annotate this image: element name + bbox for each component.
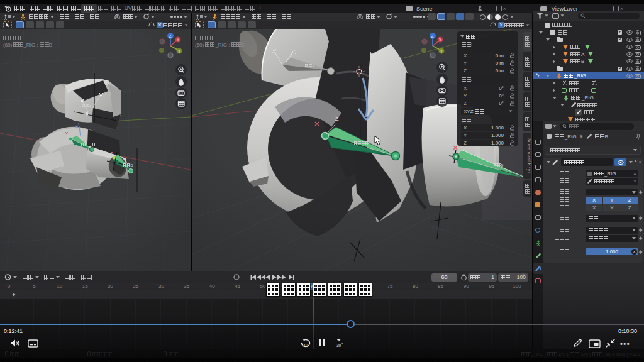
svg-text:Y: Y: [178, 49, 181, 53]
svg-text:Y: Y: [440, 49, 443, 53]
svg-text:Z: Z: [335, 116, 339, 122]
svg-text:X: X: [177, 38, 180, 42]
svg-text:Z: Z: [169, 34, 172, 38]
svg-text:X: X: [439, 38, 442, 42]
svg-text:Z: Z: [431, 34, 435, 38]
